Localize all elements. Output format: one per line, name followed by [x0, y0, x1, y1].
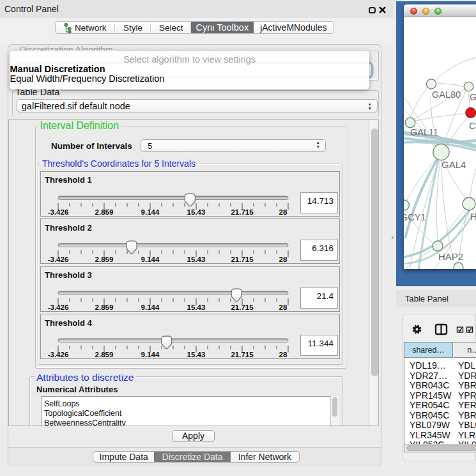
svg-text:9.144: 9.144 [141, 256, 160, 263]
svg-text:28: 28 [279, 256, 288, 263]
svg-text:15.43: 15.43 [187, 303, 206, 311]
svg-text:GAL4: GAL4 [441, 159, 466, 170]
svg-text:21.715: 21.715 [231, 303, 254, 311]
svg-text:-3.426: -3.426 [48, 303, 69, 311]
svg-text:21.715: 21.715 [231, 256, 254, 263]
svg-text:15.43: 15.43 [187, 351, 206, 358]
svg-text:H: H [470, 211, 476, 222]
svg-text:2.859: 2.859 [95, 351, 114, 358]
svg-text:GA: GA [470, 92, 476, 102]
svg-text:GAL11: GAL11 [410, 127, 438, 137]
svg-text:2.859: 2.859 [95, 303, 114, 311]
svg-text:-3.426: -3.426 [48, 351, 69, 358]
svg-text:2.859: 2.859 [95, 208, 114, 215]
svg-text:28: 28 [279, 208, 288, 215]
svg-text:2.859: 2.859 [95, 256, 114, 263]
svg-text:28: 28 [279, 351, 288, 358]
svg-text:28: 28 [279, 303, 288, 311]
svg-text:GCY1: GCY1 [404, 212, 426, 222]
svg-text:15.43: 15.43 [187, 208, 206, 215]
svg-text:GAL80: GAL80 [432, 89, 461, 100]
svg-text:21.715: 21.715 [231, 351, 254, 358]
svg-text:21.715: 21.715 [231, 208, 254, 215]
svg-text:15.43: 15.43 [187, 256, 206, 263]
svg-text:-3.426: -3.426 [48, 256, 69, 263]
svg-text:-3.426: -3.426 [48, 208, 69, 215]
svg-text:9.144: 9.144 [141, 351, 160, 358]
svg-text:9.144: 9.144 [141, 208, 160, 215]
svg-text:9.144: 9.144 [141, 303, 160, 311]
svg-text:C: C [469, 121, 475, 131]
svg-text:HAP2: HAP2 [438, 251, 463, 262]
